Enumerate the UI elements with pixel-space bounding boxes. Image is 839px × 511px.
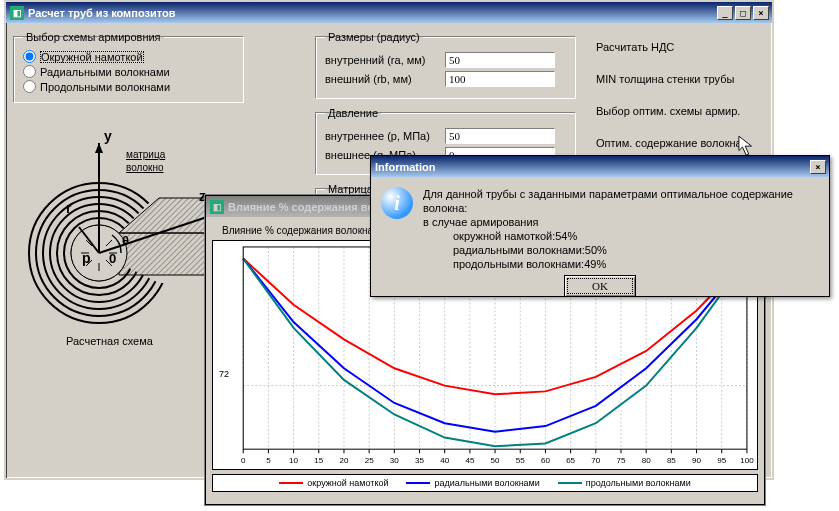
svg-text:0: 0 [241, 456, 246, 465]
opt-fiber-button[interactable]: Оптим. содержание волокна [596, 137, 771, 149]
radio-radial-label: Радиальными волокнами [40, 66, 170, 78]
chart-ytick-72: 72 [219, 369, 229, 379]
svg-text:20: 20 [339, 456, 349, 465]
radio-long-label: Продольными волокнами [40, 81, 170, 93]
schema-matrix-label: матрица [126, 149, 166, 160]
inner-pressure-label: внутреннее (p, МПа) [325, 130, 445, 142]
info-titlebar[interactable]: Information × [371, 156, 829, 177]
svg-text:85: 85 [667, 456, 677, 465]
reinforcement-legend: Выбор схемы армировния [23, 31, 164, 43]
svg-text:60: 60 [541, 456, 551, 465]
legend-line-1 [279, 482, 303, 484]
svg-text:15: 15 [314, 456, 324, 465]
radio-circ[interactable]: Окружной намоткой [23, 49, 235, 64]
svg-text:30: 30 [390, 456, 400, 465]
legend-label-2: радиальными волокнами [434, 478, 539, 488]
radio-circ-input[interactable] [23, 50, 36, 63]
sizes-group: Размеры (радиус) внутренний (ra, мм) вне… [316, 31, 576, 99]
svg-text:65: 65 [566, 456, 576, 465]
radio-radial-input[interactable] [23, 65, 36, 78]
matrix-legend: Матрица [325, 183, 376, 195]
opt-scheme-button[interactable]: Выбор оптим. схемы армир. [596, 105, 771, 117]
outer-radius-label: внешний (rb, мм) [325, 73, 445, 85]
maximize-button[interactable]: □ [735, 6, 751, 20]
svg-text:5: 5 [266, 456, 271, 465]
svg-text:45: 45 [465, 456, 475, 465]
radio-long-input[interactable] [23, 80, 36, 93]
app-icon: ◧ [10, 6, 24, 20]
svg-text:50: 50 [491, 456, 501, 465]
info-close-button[interactable]: × [810, 160, 826, 174]
schema-fiber-label: волокно [126, 162, 164, 173]
inner-pressure-input[interactable] [445, 128, 555, 144]
axis-p-label: p [82, 250, 91, 266]
svg-text:95: 95 [717, 456, 727, 465]
legend-item-1: окружной намоткой [279, 478, 388, 488]
calc-nds-button[interactable]: Расчитать НДС [596, 41, 771, 53]
svg-text:25: 25 [365, 456, 375, 465]
chart-app-icon: ◧ [210, 200, 224, 214]
info-text: Для данной трубы с заданными параметрами… [423, 187, 819, 271]
info-line-4: радиальными волокнами:50% [423, 243, 819, 257]
chart-legend: окружной намоткой радиальными волокнами … [212, 474, 758, 492]
axis-o-label: 0 [109, 251, 116, 266]
legend-item-2: радиальными волокнами [406, 478, 539, 488]
axis-y-label: y [104, 128, 112, 144]
schema-caption: Расчетная схема [66, 335, 153, 347]
info-icon: i [381, 187, 413, 219]
info-line-2: в случае армирования [423, 215, 819, 229]
legend-label-1: окружной намоткой [307, 478, 388, 488]
info-dialog: Information × i Для данной трубы с задан… [370, 155, 830, 297]
radio-long[interactable]: Продольными волокнами [23, 79, 235, 94]
close-button[interactable]: × [753, 6, 769, 20]
legend-line-3 [558, 482, 582, 484]
main-titlebar[interactable]: ◧ Расчет труб из композитов _ □ × [6, 2, 772, 23]
main-title: Расчет труб из композитов [28, 7, 175, 19]
svg-text:35: 35 [415, 456, 425, 465]
min-thickness-button[interactable]: MIN толщина стенки трубы [596, 73, 771, 85]
info-line-3: окружной намоткой:54% [423, 229, 819, 243]
radio-radial[interactable]: Радиальными волокнами [23, 64, 235, 79]
svg-text:40: 40 [440, 456, 450, 465]
svg-text:80: 80 [642, 456, 652, 465]
pressure-legend: Давление [325, 107, 381, 119]
legend-label-3: продольными волокнами [586, 478, 691, 488]
svg-marker-10 [95, 143, 103, 153]
svg-text:75: 75 [617, 456, 627, 465]
outer-radius-input[interactable] [445, 71, 555, 87]
info-ok-button[interactable]: OK [564, 275, 636, 297]
svg-text:10: 10 [289, 456, 299, 465]
minimize-button[interactable]: _ [717, 6, 733, 20]
info-line-1: Для данной трубы с заданными параметрами… [423, 187, 819, 215]
info-line-5: продольными волокнами:49% [423, 257, 819, 271]
svg-text:100: 100 [740, 456, 754, 465]
sizes-legend: Размеры (радиус) [325, 31, 423, 43]
legend-item-3: продольными волокнами [558, 478, 691, 488]
legend-line-2 [406, 482, 430, 484]
svg-text:70: 70 [591, 456, 601, 465]
radio-circ-label: Окружной намоткой [40, 51, 144, 63]
inner-radius-label: внутренний (ra, мм) [325, 54, 445, 66]
axis-theta-label: θ [122, 233, 129, 248]
axis-r-label: r [66, 200, 72, 216]
svg-text:55: 55 [516, 456, 526, 465]
inner-radius-input[interactable] [445, 52, 555, 68]
svg-text:90: 90 [692, 456, 702, 465]
info-title: Information [375, 161, 436, 173]
reinforcement-group: Выбор схемы армировния Окружной намоткой… [14, 31, 244, 103]
